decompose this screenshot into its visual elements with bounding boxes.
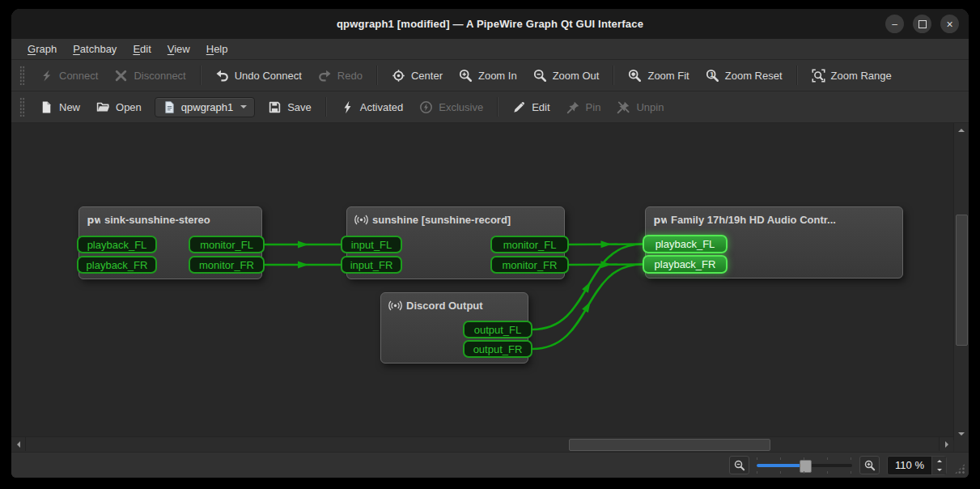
resize-grip-icon[interactable]: [954, 463, 965, 474]
zoom-out-button[interactable]: [729, 456, 749, 474]
zoom-in-icon: [459, 69, 473, 83]
toolbar-button-new[interactable]: New: [32, 96, 88, 119]
toolbar-button-undo-connect[interactable]: Undo Connect: [207, 64, 310, 87]
close-button[interactable]: ×: [940, 15, 959, 33]
toolbar-button-zoom-reset[interactable]: 1Zoom Reset: [698, 64, 791, 87]
toolbar-graph: ConnectDisconnectUndo ConnectRedoCenterZ…: [11, 60, 969, 91]
toolbar-button-label: Redo: [337, 70, 363, 82]
toolbar-button-save[interactable]: Save: [260, 96, 320, 119]
toolbar-button-edit[interactable]: Edit: [504, 96, 558, 119]
port-label: playback_FR: [655, 258, 716, 270]
port-sink-monitor-fl[interactable]: monitor_FL: [189, 236, 265, 253]
toolbar-patchbay: NewOpenqpwgraph1SaveActivatedExclusiveEd…: [11, 91, 969, 123]
patchbay-profile-combobox[interactable]: qpwgraph1: [155, 97, 255, 117]
app-window: qpwgraph1 [modified] — A PipeWire Graph …: [11, 9, 969, 478]
combobox-value: qpwgraph1: [181, 101, 233, 113]
toolbar-button-open[interactable]: Open: [88, 96, 150, 119]
node-title: pwFamily 17h/19h HD Audio Contr...: [646, 207, 902, 227]
menu-view[interactable]: View: [161, 41, 197, 57]
port-family-playback-fr[interactable]: playback_FR: [643, 255, 728, 274]
spin-up-icon: [937, 457, 942, 462]
node-title: Discord Output: [381, 293, 528, 313]
toolbar-button-center[interactable]: Center: [384, 64, 451, 87]
chevron-down-icon: [240, 105, 247, 112]
toolbar-button-activated[interactable]: Activated: [333, 96, 411, 119]
horizontal-scrollbar[interactable]: [11, 436, 953, 452]
zoom-fit-icon: [628, 69, 642, 83]
close-icon: ×: [946, 19, 952, 30]
port-label: input_FR: [350, 259, 393, 271]
port-family-playback-fl[interactable]: playback_FL: [643, 235, 728, 253]
scroll-up-button[interactable]: [954, 123, 968, 137]
menu-edit[interactable]: Edit: [126, 41, 157, 57]
broadcast-icon: [354, 213, 368, 227]
toolbar-button-unpin: Unpin: [609, 96, 672, 119]
toolbar-button-label: Edit: [532, 101, 549, 113]
port-sunshine-monitor-fl[interactable]: monitor_FL: [490, 236, 569, 253]
port-sunshine-input-fl[interactable]: input_FL: [341, 236, 402, 253]
vertical-scrollbar[interactable]: [953, 123, 969, 440]
zoom-spinbox[interactable]: 110 %: [887, 456, 947, 475]
menu-patchbay[interactable]: Patchbay: [66, 41, 123, 57]
spin-down-icon: [937, 469, 942, 474]
bolt-circle-icon: [419, 100, 433, 114]
port-discord-output-fl[interactable]: output_FL: [463, 321, 532, 338]
svg-text:pw: pw: [87, 215, 100, 226]
toolbar-button-disconnect: Disconnect: [106, 64, 193, 87]
toolbar-button-zoom-range[interactable]: Zoom Range: [804, 64, 900, 87]
port-discord-output-fr[interactable]: output_FR: [463, 340, 532, 358]
zoom-out-icon: [533, 69, 547, 83]
redo-icon: [318, 69, 332, 83]
toolbar-button-zoom-in[interactable]: Zoom In: [451, 64, 525, 87]
maximize-icon: [918, 20, 927, 28]
zoom-slider[interactable]: [757, 457, 852, 474]
maximize-button[interactable]: [913, 15, 931, 33]
window-title: qpwgraph1 [modified] — A PipeWire Graph …: [337, 18, 643, 30]
zoom-in-button[interactable]: [859, 456, 880, 474]
toolbar-button-zoom-out[interactable]: Zoom Out: [525, 64, 608, 87]
port-sink-playback-fl[interactable]: playback_FL: [77, 236, 157, 253]
file-doc-icon: [163, 100, 176, 114]
menu-graph[interactable]: Graph: [21, 41, 63, 57]
broadcast-icon: [388, 299, 402, 313]
port-sunshine-monitor-fr[interactable]: monitor_FR: [490, 256, 569, 274]
port-sink-playback-fr[interactable]: playback_FR: [77, 256, 157, 274]
toolbar-button-label: Pin: [586, 101, 601, 113]
pipewire-icon: pw: [653, 213, 667, 227]
toolbar-button-label: Open: [116, 101, 142, 113]
node-title: pwsink-sunshine-stereo: [79, 207, 261, 227]
toolbar-drag-handle[interactable]: [19, 66, 25, 85]
horizontal-scrollbar-thumb[interactable]: [569, 439, 770, 451]
menu-help[interactable]: Help: [200, 41, 235, 57]
toolbar-button-label: Center: [411, 70, 443, 82]
toolbar-button-connect: Connect: [32, 64, 106, 87]
graph-canvas[interactable]: pwsink-sunshine-stereosunshine [sunshine…: [11, 123, 969, 452]
toolbar-button-zoom-fit[interactable]: Zoom Fit: [620, 64, 697, 87]
toolbar-separator: [613, 66, 614, 85]
port-sunshine-input-fr[interactable]: input_FR: [341, 256, 402, 274]
toolbar-button-exclusive: Exclusive: [411, 96, 491, 119]
scroll-left-button[interactable]: [11, 437, 26, 451]
port-sink-monitor-fr[interactable]: monitor_FR: [189, 256, 265, 274]
connection-arrow-icon: [582, 280, 593, 293]
port-label: output_FL: [474, 324, 522, 336]
toolbar-button-label: Activated: [360, 101, 403, 113]
titlebar[interactable]: qpwgraph1 [modified] — A PipeWire Graph …: [11, 9, 969, 39]
desktop: { "window": { "title": "qpwgraph1 [modif…: [0, 0, 980, 489]
connection-arrow-icon: [582, 300, 593, 313]
port-label: playback_FR: [87, 259, 148, 271]
toolbar-button-label: Zoom Range: [831, 70, 892, 82]
vertical-scrollbar-thumb[interactable]: [956, 215, 968, 346]
toolbar-button-label: Unpin: [636, 101, 664, 113]
svg-text:1: 1: [710, 70, 715, 78]
arrow-right-icon: [945, 441, 952, 448]
toolbar-separator: [200, 66, 202, 85]
spin-down-button[interactable]: [932, 466, 946, 474]
toolbar-drag-handle[interactable]: [19, 97, 25, 117]
port-label: monitor_FL: [503, 239, 557, 251]
toolbar-button-label: Disconnect: [134, 70, 185, 82]
spin-up-button[interactable]: [932, 457, 946, 466]
undo-icon: [215, 69, 229, 83]
scroll-right-button[interactable]: [939, 437, 953, 451]
minimize-button[interactable]: –: [885, 15, 904, 33]
